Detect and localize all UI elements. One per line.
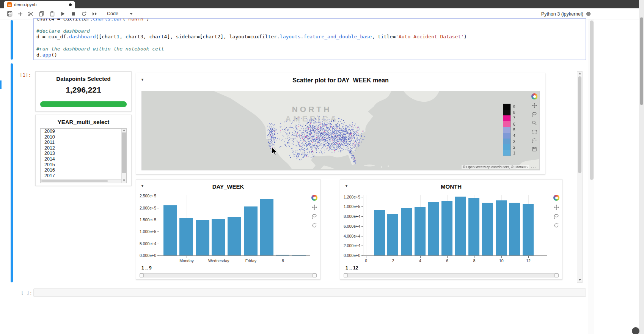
bokeh-logo-icon[interactable] bbox=[531, 93, 537, 99]
bar[interactable] bbox=[401, 208, 412, 255]
restart-run-all-button[interactable] bbox=[90, 9, 100, 18]
interrupt-kernel-button[interactable] bbox=[68, 9, 79, 18]
code-cell-editor[interactable]: chart4 = cuxfilter.charts.bar('MONTH') #… bbox=[33, 18, 586, 60]
year-option[interactable]: 2010 bbox=[41, 134, 126, 140]
bar[interactable] bbox=[260, 199, 273, 255]
bar[interactable] bbox=[523, 204, 534, 255]
scroll-up-icon[interactable] bbox=[123, 129, 125, 131]
slider-handle-left[interactable] bbox=[140, 273, 144, 277]
empty-code-cell[interactable] bbox=[33, 288, 586, 297]
bar[interactable] bbox=[428, 202, 439, 255]
bar[interactable] bbox=[179, 218, 193, 256]
year-option[interactable]: 2011 bbox=[41, 140, 126, 145]
run-cell-button[interactable] bbox=[58, 9, 68, 18]
day-week-range-slider[interactable] bbox=[140, 273, 317, 277]
bar[interactable] bbox=[415, 207, 426, 256]
copy-cells-button[interactable] bbox=[36, 9, 47, 18]
bar[interactable] bbox=[292, 255, 306, 255]
usa-basemap[interactable]: NORTH AMERICA 987654321 ··· © Ope bbox=[141, 91, 540, 170]
bar[interactable] bbox=[276, 255, 289, 255]
bar[interactable] bbox=[244, 206, 258, 255]
bar[interactable] bbox=[482, 203, 493, 255]
slider-handle-right[interactable] bbox=[554, 273, 559, 277]
month-range-slider[interactable] bbox=[344, 273, 559, 277]
save-plot-icon[interactable] bbox=[532, 147, 537, 152]
window-scrollbar[interactable] bbox=[639, 0, 644, 334]
collapse-toggle-icon[interactable]: ▼ bbox=[141, 78, 144, 82]
scroll-up-icon[interactable] bbox=[579, 72, 581, 74]
slider-handle-left[interactable] bbox=[344, 273, 348, 277]
cut-cells-button[interactable] bbox=[26, 9, 36, 18]
bar[interactable] bbox=[387, 214, 398, 255]
year-list-horizontal-scrollbar[interactable] bbox=[41, 179, 121, 183]
scroll-bottom-button[interactable] bbox=[632, 327, 639, 334]
year-option[interactable]: 2015 bbox=[41, 162, 126, 168]
year-option[interactable]: 2009 bbox=[41, 129, 126, 134]
bar[interactable] bbox=[441, 201, 452, 255]
bar[interactable] bbox=[163, 205, 177, 255]
bokeh-logo-icon[interactable] bbox=[553, 195, 559, 201]
dashboard-scrollbar[interactable] bbox=[577, 71, 583, 283]
output-collapser[interactable] bbox=[11, 63, 13, 282]
datapoints-value: 1,296,221 bbox=[36, 85, 131, 95]
bar[interactable] bbox=[496, 200, 507, 255]
code-line bbox=[36, 22, 586, 28]
restart-kernel-button[interactable] bbox=[79, 9, 89, 18]
bar[interactable] bbox=[374, 210, 385, 255]
collapse-toggle-icon[interactable]: ▼ bbox=[141, 184, 144, 188]
lasso-icon[interactable] bbox=[312, 214, 317, 219]
notebook-scroll-thumb[interactable] bbox=[590, 20, 594, 180]
insert-cell-button[interactable] bbox=[15, 9, 25, 18]
reset-icon[interactable] bbox=[554, 223, 559, 228]
bar[interactable] bbox=[228, 217, 241, 255]
x-tick-label: 8 bbox=[282, 258, 284, 263]
reset-icon[interactable] bbox=[312, 223, 317, 228]
lasso-icon[interactable] bbox=[532, 112, 537, 117]
month-plot[interactable]: 024681012 bbox=[363, 195, 547, 256]
input-collapser[interactable] bbox=[11, 20, 13, 60]
pan-icon[interactable] bbox=[554, 205, 559, 210]
dashboard-scroll-thumb[interactable] bbox=[578, 76, 581, 173]
lasso-select-icon[interactable] bbox=[532, 138, 537, 143]
year-option[interactable]: 2013 bbox=[41, 151, 126, 156]
slider-handle-right[interactable] bbox=[313, 273, 317, 277]
year-multiselect-listbox[interactable]: 200920102011201220132014201520162017 bbox=[40, 128, 127, 183]
bar[interactable] bbox=[196, 220, 209, 255]
output-prompt: [1]: bbox=[20, 72, 31, 78]
bar[interactable] bbox=[509, 203, 520, 255]
save-button[interactable] bbox=[5, 9, 15, 18]
bar[interactable] bbox=[468, 198, 479, 255]
year-list-vertical-scrollbar[interactable] bbox=[121, 129, 126, 183]
year-list-scroll-thumb[interactable] bbox=[122, 132, 126, 173]
paste-cells-button[interactable] bbox=[47, 9, 57, 18]
year-option[interactable]: 2017 bbox=[41, 173, 126, 179]
notebook-scrollbar[interactable] bbox=[589, 19, 594, 334]
pan-icon[interactable] bbox=[312, 205, 317, 210]
day-week-plot[interactable]: MondayWednesdayFriday8 bbox=[159, 195, 310, 256]
run-icon bbox=[60, 11, 66, 17]
kernel-indicator[interactable]: Python 3 (ipykernel) bbox=[541, 8, 591, 19]
year-list-hscroll-thumb[interactable] bbox=[41, 180, 108, 182]
month-chart-card: ▼ MONTH 0.000e+02.000e+44.000e+46.000e+4… bbox=[340, 179, 562, 280]
bar[interactable] bbox=[212, 219, 225, 255]
year-option[interactable]: 2014 bbox=[41, 156, 126, 162]
scatter-map-card: ▼ Scatter plot for DAY_WEEK mean NORTH A… bbox=[136, 73, 545, 175]
pan-icon[interactable] bbox=[532, 103, 537, 108]
window-scroll-thumb[interactable] bbox=[640, 17, 643, 105]
bar[interactable] bbox=[455, 197, 466, 256]
year-option[interactable]: 2012 bbox=[41, 145, 126, 151]
scatter-points-layer[interactable] bbox=[142, 91, 540, 169]
scroll-down-icon[interactable] bbox=[123, 180, 125, 181]
bokeh-toolbar bbox=[531, 93, 537, 152]
scroll-down-icon[interactable] bbox=[579, 279, 581, 281]
year-option[interactable]: 2016 bbox=[41, 167, 126, 173]
cell-type-select[interactable]: Code bbox=[107, 11, 133, 16]
box-select-icon[interactable] bbox=[532, 129, 537, 134]
collapse-toggle-icon[interactable]: ▼ bbox=[345, 184, 348, 188]
bokeh-logo-icon[interactable] bbox=[311, 195, 317, 201]
lasso-icon[interactable] bbox=[554, 214, 559, 219]
box-zoom-icon[interactable] bbox=[532, 120, 537, 126]
more-tools-icon[interactable]: ··· bbox=[531, 165, 536, 170]
notebook-tab[interactable]: demo.ipynb bbox=[4, 1, 75, 8]
tab-title: demo.ipynb bbox=[14, 2, 36, 7]
